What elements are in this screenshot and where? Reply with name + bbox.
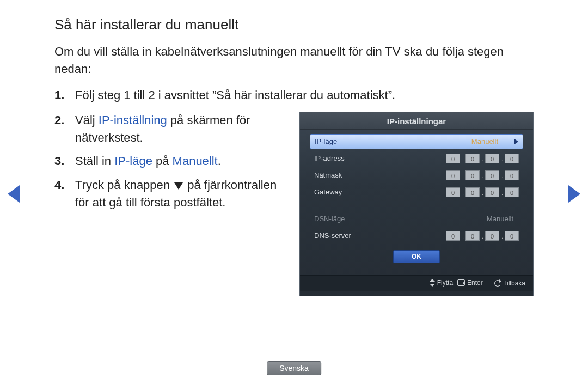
ip-mode-value: Manuellt [471,137,498,145]
step-3-hl2: Manuellt [173,154,218,168]
language-pill[interactable]: Svenska [267,361,321,375]
octet[interactable]: 0 [505,231,519,241]
row-dns-server[interactable]: DNS-server 0 0 0 0 [310,228,523,243]
updown-icon [430,279,435,287]
next-page-arrow[interactable] [568,185,580,203]
row-ip-mode[interactable]: IP-läge Manuellt [310,134,523,149]
step-2-a: Välj [75,113,99,127]
step-2-highlight: IP-inställning [99,113,167,127]
octet[interactable]: 0 [465,170,480,180]
step-4: Tryck på knappen på fjärrkontrallen för … [54,176,285,211]
panel-footer: Flytta Enter Tillbaka [300,275,533,291]
page-title: Så här installerar du manuellt [54,16,534,33]
step-3: Ställ in IP-läge på Manuellt. [54,153,285,170]
netmask-octets: 0 0 0 0 [446,170,519,180]
octet[interactable]: 0 [446,187,460,197]
ip-address-octets: 0 0 0 0 [446,154,519,163]
footer-move: Flytta Enter [430,279,483,287]
step-2: Välj IP-inställning på skärmen för nätve… [54,112,285,147]
ip-address-label: IP-adress [314,154,345,162]
row-dsn-mode: DSN-läge Manuellt [310,211,523,227]
netmask-label: Nätmask [314,171,342,179]
return-icon [494,280,501,287]
enter-icon [457,279,465,286]
row-ip-address[interactable]: IP-adress 0 0 0 0 [310,151,523,166]
footer-move-text: Flytta [437,279,453,287]
step-3-hl1: IP-läge [114,154,152,168]
dsn-mode-value: Manuellt [487,215,513,223]
footer-return: Tillbaka [494,279,525,287]
octet[interactable]: 0 [465,187,480,197]
octet[interactable]: 0 [505,170,519,180]
step-3-b: på [152,154,173,168]
row-gateway[interactable]: Gateway 0 0 0 0 [310,185,523,200]
dns-octets: 0 0 0 0 [446,231,519,241]
step-3-a: Ställ in [75,154,114,168]
footer-return-text: Tillbaka [503,279,525,287]
octet[interactable]: 0 [446,170,460,180]
octet[interactable]: 0 [485,231,499,241]
dns-server-label: DNS-server [314,231,351,240]
octet[interactable]: 0 [446,231,460,241]
octet[interactable]: 0 [465,154,480,163]
octet[interactable]: 0 [465,231,480,241]
octet[interactable]: 0 [485,187,499,197]
footer-enter-text: Enter [467,279,483,287]
step-1: Följ steg 1 till 2 i avsnittet ”Så här i… [54,87,534,104]
dsn-mode-label: DSN-läge [314,215,345,223]
octet[interactable]: 0 [505,187,519,197]
ip-settings-panel: IP-inställningar IP-läge Manuellt IP-adr… [299,112,534,296]
prev-page-arrow[interactable] [8,185,20,203]
octet[interactable]: 0 [485,170,499,180]
down-arrow-icon [174,182,183,190]
step-1-text: Följ steg 1 till 2 i avsnittet ”Så här i… [75,88,395,102]
step-4-a: Tryck på knappen [75,178,173,192]
row-netmask[interactable]: Nätmask 0 0 0 0 [310,168,523,183]
octet[interactable]: 0 [446,154,460,163]
octet[interactable]: 0 [485,154,499,163]
ok-button[interactable]: OK [393,250,440,263]
intro-text: Om du vill ställa in kabelnätverksanslut… [54,43,534,78]
panel-title: IP-inställningar [300,112,533,130]
step-3-c: . [218,154,221,168]
ip-mode-label: IP-läge [315,137,337,145]
octet[interactable]: 0 [505,154,519,163]
chevron-right-icon [514,139,518,144]
gateway-label: Gateway [314,188,342,196]
gateway-octets: 0 0 0 0 [446,187,519,197]
